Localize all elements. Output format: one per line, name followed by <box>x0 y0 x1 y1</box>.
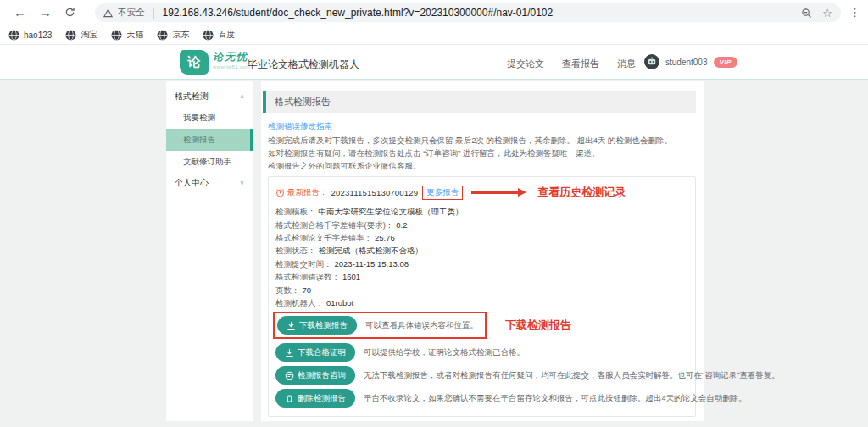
annotation-box-download: 下载检测报告 可以查看具体错误内容和位置。 <box>273 312 487 339</box>
action-row: 下载合格证明 可以提供给学校，证明论文格式检测已合格。 <box>275 343 687 362</box>
avatar[interactable] <box>644 54 659 69</box>
app-header: 论 论无忧 www.lw51.com 毕业论文格式检测机器人 提交论文 查看报告… <box>0 46 868 80</box>
latest-report-label: 最新报告： <box>287 187 328 198</box>
download-icon <box>285 348 294 358</box>
sidebar-group-format-check[interactable]: 格式检测 ∧ <box>166 86 253 107</box>
action-row: 删除检测报告 平台不收录论文，如果您确认不需要在平台留存论文和报告，可点此按钮删… <box>275 389 687 408</box>
nav-submit-thesis[interactable]: 提交论文 <box>507 58 544 70</box>
security-label: 不安全 <box>118 7 145 19</box>
annotation-arrow <box>471 191 519 194</box>
globe-icon <box>203 30 214 41</box>
sidebar-item-revision-assistant[interactable]: 文献修订助手 <box>166 151 253 173</box>
back-icon[interactable]: ← <box>14 6 26 19</box>
sidebar-group-personal-center[interactable]: 个人中心 ∨ <box>166 173 253 193</box>
sidebar: 格式检测 ∧ 我要检测 检测报告 文献修订助手 个人中心 ∨ <box>166 81 253 421</box>
reload-icon[interactable] <box>64 7 75 18</box>
chat-icon <box>285 371 294 380</box>
delete-report-button[interactable]: 删除检测报告 <box>275 389 355 408</box>
sidebar-item-check-report[interactable]: 检测报告 <box>166 129 253 151</box>
notice-text: 检测完成后请及时下载报告，多次提交检测只会保留 最后2次 的检测报告，其余删除。… <box>268 135 696 171</box>
forward-icon[interactable]: → <box>39 6 52 19</box>
globe-icon <box>8 30 19 41</box>
report-box: 最新报告： 2023111515130700129 更多报告 查看历史检测记录 … <box>268 176 696 417</box>
bookmark-item[interactable]: 天猫 <box>111 29 143 41</box>
bookmark-star-icon[interactable]: ☆ <box>822 7 832 19</box>
warning-icon <box>103 8 113 18</box>
page-title: 格式检测报告 <box>275 96 331 108</box>
report-field-row: 检测模板：中南大学研究生学位论文模板（理工类） <box>275 207 687 216</box>
latest-report-number: 2023111515130700129 <box>331 188 419 197</box>
bookmarks-bar: hao123 淘宝 天猫 京东 百度 <box>0 25 868 45</box>
logo: 论无忧 www.lw51.com <box>213 52 250 69</box>
download-icon <box>287 321 296 330</box>
header-nav: 提交论文 查看报告 消息 <box>507 58 636 70</box>
nav-view-report[interactable]: 查看报告 <box>562 58 599 70</box>
bookmark-item[interactable]: 京东 <box>157 29 189 41</box>
main-panel: 格式检测报告 检测错误修改指南 检测完成后请及时下载报告，多次提交检测只会保留 … <box>261 81 704 421</box>
logo-site: www.lw51.com <box>213 64 250 69</box>
report-field-row: 检测状态：检测完成（格式检测不合格） <box>275 246 687 255</box>
report-field-row: 检测提交时间：2023-11-15 15:13:08 <box>275 259 687 269</box>
nav-messages[interactable]: 消息 <box>617 58 636 70</box>
globe-icon <box>111 30 122 41</box>
logo-name: 论无忧 <box>213 52 250 62</box>
url-text[interactable]: 192.168.43.246/student/doc_check_new_pri… <box>163 7 797 19</box>
globe-icon <box>65 30 76 41</box>
address-bar[interactable]: 不安全 192.168.43.246/student/doc_check_new… <box>95 3 841 22</box>
action-row: 检测报告咨询 无法下载检测报告，或者对检测报告有任何疑问，均可在此提交，客服人员… <box>275 366 687 385</box>
report-field-row: 页数：70 <box>275 286 687 295</box>
annotation-download-note: 下载检测报告 <box>505 318 571 333</box>
browser-toolbar: ← → 不安全 192.168.43.246/student/doc_check… <box>0 0 868 25</box>
vip-badge: VIP <box>714 57 737 68</box>
zoom-icon[interactable] <box>801 8 812 19</box>
bookmark-item[interactable]: 百度 <box>203 29 235 41</box>
alarm-clock-icon <box>275 188 285 197</box>
report-field-row: 格式检测论文千字差错率：25.76 <box>275 233 687 242</box>
trash-icon <box>285 394 294 403</box>
username: student003 <box>665 58 708 67</box>
report-field-row: 检测机器人：01robot <box>275 298 687 308</box>
page-title-band: 格式检测报告 <box>263 91 696 113</box>
bookmark-item[interactable]: 淘宝 <box>65 29 97 41</box>
annotation-history-note: 查看历史检测记录 <box>537 185 626 200</box>
divider <box>153 8 154 19</box>
more-reports-link[interactable]: 更多报告 <box>426 187 459 197</box>
download-report-button[interactable]: 下载检测报告 <box>277 316 357 335</box>
app-title: 毕业论文格式检测机器人 <box>248 58 359 72</box>
chevron-up-icon: ∧ <box>240 93 244 100</box>
annotation-box-more-report: 更多报告 <box>422 186 463 200</box>
report-field-row: 格式检测错误数：1601 <box>275 272 687 281</box>
bookmark-item[interactable]: hao123 <box>8 30 52 41</box>
report-field-row: 格式检测合格千字差错率(要求)：0.2 <box>275 220 687 230</box>
action-row: 下载检测报告 可以查看具体错误内容和位置。 下载检测报告 <box>275 312 687 339</box>
user-area[interactable]: student003 VIP <box>644 54 737 69</box>
title-accent-bar <box>263 91 266 113</box>
latest-report-row: 最新报告： 2023111515130700129 更多报告 查看历史检测记录 <box>275 185 687 200</box>
download-certificate-button[interactable]: 下载合格证明 <box>275 343 355 362</box>
logo-book-icon: 论 <box>180 50 209 75</box>
error-guide-link[interactable]: 检测错误修改指南 <box>268 121 332 132</box>
chevron-down-icon: ∨ <box>240 180 244 186</box>
globe-icon <box>157 30 168 41</box>
report-consult-button[interactable]: 检测报告咨询 <box>275 366 355 385</box>
browser-menu-icon[interactable]: ⋮ <box>849 6 860 19</box>
sidebar-item-start-check[interactable]: 我要检测 <box>166 107 253 129</box>
